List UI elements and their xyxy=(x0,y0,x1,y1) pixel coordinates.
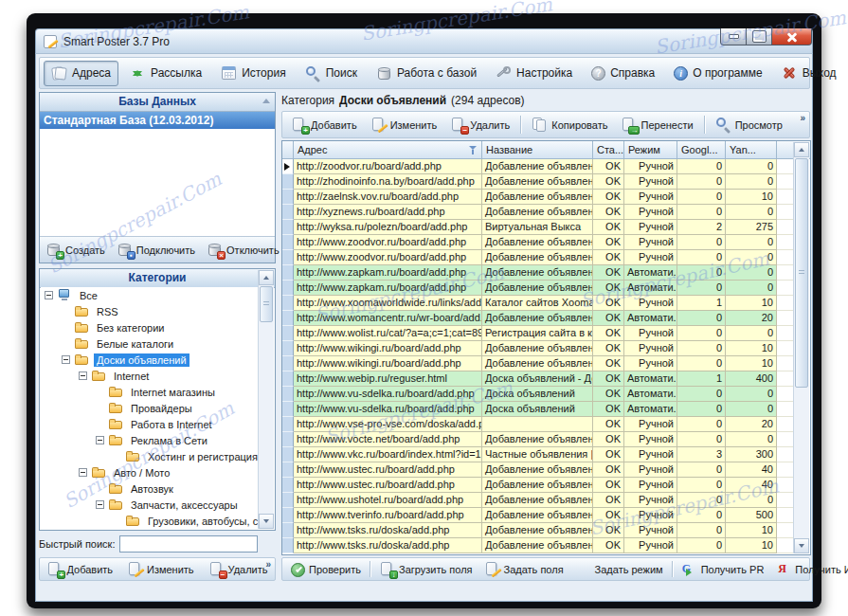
table-row[interactable]: http://zoodvor.ru/board/add.phpДобавлени… xyxy=(282,159,794,174)
column-header-addr[interactable]: Адрес xyxy=(294,141,482,159)
grid-button-izmenit[interactable]: Изменить xyxy=(365,115,443,135)
table-row[interactable]: http://xyznews.ru/board/add.phpДобавлени… xyxy=(282,205,794,220)
table-row[interactable]: http://www.zoodvor.ru/board/add.phpДобав… xyxy=(282,250,794,265)
category-button-dobavit[interactable]: +Добавить xyxy=(41,559,118,579)
table-row[interactable]: http://www.tsks.ru/doska/add.phpДобавлен… xyxy=(282,523,794,538)
scrollbar-thumb[interactable] xyxy=(260,286,273,322)
category-button-udalit[interactable]: −Удалить xyxy=(203,559,274,579)
grid-bottom-button-poluchit-pr[interactable]: Получить PR xyxy=(676,559,770,579)
table-row[interactable]: http://zaelnsk.vov.ru/board/add.phpДобав… xyxy=(282,190,794,205)
table-row[interactable]: http://www.xoomaworldwide.ru/links/add.p… xyxy=(282,296,794,311)
table-row[interactable]: http://www.tverinfo.ru/board/add.phpДоба… xyxy=(282,508,794,523)
tree-item[interactable]: Белые каталоги xyxy=(41,335,259,352)
grid-button-perenesti[interactable]: →Перенести xyxy=(615,115,698,135)
column-header-mode[interactable]: Режим xyxy=(624,141,677,159)
column-header-google[interactable]: Googl... xyxy=(677,141,726,159)
filter-icon[interactable] xyxy=(469,146,478,154)
tree-expander-icon[interactable] xyxy=(96,500,104,509)
tree-expander-icon[interactable] xyxy=(45,291,53,299)
tree-item[interactable]: Работа в Internet xyxy=(41,416,259,432)
grid-button-dobavit[interactable]: +Добавить xyxy=(285,115,363,135)
table-row[interactable]: http://www.webip.ru/reguser.htmlДоска об… xyxy=(282,371,794,387)
table-row[interactable]: http://www.vkc.ru/board/index.html?id=13… xyxy=(282,447,794,462)
toolbar-button-poisk[interactable]: Поиск xyxy=(298,61,365,86)
tree-item[interactable]: Авто / Мото xyxy=(41,464,259,480)
toolbar-button-nastroyka[interactable]: Настройка xyxy=(488,61,580,86)
table-row[interactable]: http://wyksa.ru/polezn/board/add.phpВирт… xyxy=(282,220,794,235)
table-row[interactable]: http://www.vu-sdelka.ru/board/add.phpДос… xyxy=(282,402,794,417)
grid-bottom-button-poluchit-ic[interactable]: Получить ИЦ xyxy=(769,559,848,579)
tree-expander-icon[interactable] xyxy=(96,436,104,444)
table-row[interactable]: http://www.zoodvor.ru/board/add.phpДобав… xyxy=(282,235,794,250)
quick-search-input[interactable] xyxy=(119,535,258,553)
collapse-icon[interactable] xyxy=(262,99,270,103)
tree-item[interactable]: Хостинг и регистрация доме xyxy=(41,448,259,464)
tree-item[interactable]: Реклама в Сети xyxy=(41,432,259,448)
table-row[interactable]: http://www.womancentr.ru/wr-board/add.ph… xyxy=(282,311,794,326)
maximize-button[interactable] xyxy=(747,28,772,45)
table-row[interactable]: http://www.ustec.ru/board/add.phpДобавле… xyxy=(282,462,794,478)
table-row[interactable]: http://www.wikingi.ru/board/add.phpДобав… xyxy=(282,356,794,371)
toolbar-button-adresa[interactable]: Адреса xyxy=(44,61,118,86)
category-button-izmenit[interactable]: Изменить xyxy=(121,559,200,579)
tree-item[interactable]: Грузовики, автобусы, спеца xyxy=(41,513,259,529)
tree-item[interactable]: Все xyxy=(41,287,259,303)
column-header-name[interactable]: Название xyxy=(482,141,593,159)
table-row[interactable]: http://www.wolist.ru/cat/?a=a;c=1;cat=89… xyxy=(282,326,794,341)
grid-button-udalit[interactable]: −Удалить xyxy=(444,115,515,135)
tree-item[interactable]: Провайдеры xyxy=(41,400,259,416)
grid-button-kopirovat[interactable]: Копировать xyxy=(526,115,613,135)
toolbar-button-rassylka[interactable]: Рассылка xyxy=(122,61,209,86)
table-row[interactable]: http://www.vu-sdelka.ru/board/add.phpДос… xyxy=(282,387,794,402)
column-header-status[interactable]: Ста... xyxy=(593,141,624,159)
table-row[interactable]: http://www.zapkam.ru/board/add.phpДобавл… xyxy=(282,265,794,281)
db-button-otklyuchit[interactable]: ×Отключить xyxy=(201,240,285,260)
toolbar-button-istoriya[interactable]: История xyxy=(213,61,294,86)
table-row[interactable]: http://www.vse-pro-vse.com/doska/add.php… xyxy=(282,417,794,432)
toolbar-button-o-programme[interactable]: О программе xyxy=(666,61,769,85)
tree-expander-icon[interactable] xyxy=(79,468,87,477)
more-buttons-chevron[interactable]: » xyxy=(800,114,805,123)
table-row[interactable]: http://www.vocte.net/board/add.phpДобавл… xyxy=(282,432,794,447)
scroll-down-button[interactable] xyxy=(794,538,809,553)
tree-item[interactable]: Internet магазины xyxy=(41,384,259,400)
grid-bottom-button-proverit[interactable]: Проверить xyxy=(285,560,367,579)
tree-item[interactable]: Автозвук xyxy=(41,480,259,497)
tree-item[interactable]: Запчасти, аксессуары xyxy=(41,497,259,513)
table-row[interactable]: http://www.ushotel.ru/board/add.phpДобав… xyxy=(282,493,794,508)
grid-bottom-button-zagruzit-polya[interactable]: ↓Загрузить поля xyxy=(373,559,478,579)
more-buttons-chevron[interactable]: » xyxy=(265,560,271,570)
categories-panel-header[interactable]: Категории xyxy=(40,269,275,288)
toolbar-button-rabota-s-bazoy[interactable]: Работа с базой xyxy=(369,61,484,86)
scroll-down-button[interactable] xyxy=(259,514,274,529)
grid-button-prosmotr[interactable]: Просмотр xyxy=(710,115,788,135)
toolbar-button-vykhod[interactable]: Выход xyxy=(774,61,844,86)
titlebar[interactable]: Smart Poster 3.7 Pro xyxy=(35,28,813,53)
column-header-yandex[interactable]: Yan... xyxy=(726,141,777,159)
db-button-sozdat[interactable]: +Создать xyxy=(40,240,111,260)
tree-expander-icon[interactable] xyxy=(79,371,87,380)
close-button[interactable] xyxy=(772,28,812,45)
tree-item[interactable]: Доски объявлений xyxy=(41,352,259,368)
table-row[interactable]: http://www.ustec.ru/board/add.phpДобавле… xyxy=(282,478,794,493)
tree-scrollbar[interactable] xyxy=(258,270,274,529)
grid-bottom-button-zadat-polya[interactable]: Задать поля xyxy=(478,559,569,579)
tree-item[interactable]: Без категории xyxy=(41,319,259,335)
grid-bottom-button-zadat-rezhim[interactable]: Задать режим xyxy=(569,559,669,579)
table-row[interactable]: http://www.zapkam.ru/board/add.phpДобавл… xyxy=(282,281,794,296)
scroll-up-button[interactable] xyxy=(794,142,809,157)
toolbar-button-spravka[interactable]: Справка xyxy=(584,61,662,85)
table-row[interactable]: http://www.wikingi.ru/board/add.phpДобав… xyxy=(282,341,794,356)
scrollbar-thumb[interactable] xyxy=(795,158,808,388)
tree-item[interactable]: RSS xyxy=(41,303,259,319)
minimize-button[interactable] xyxy=(720,28,747,45)
table-row[interactable]: http://zhodinoinfo.na.by/board/add.phpДо… xyxy=(282,174,794,190)
databases-panel-header[interactable]: Базы Данных xyxy=(40,93,275,112)
tree-item[interactable]: Internet xyxy=(41,368,259,384)
scroll-up-button[interactable] xyxy=(259,270,274,285)
tree-expander-icon[interactable] xyxy=(62,355,70,364)
db-button-podklyuchit[interactable]: ▪Подключить xyxy=(111,240,201,260)
table-scrollbar[interactable] xyxy=(793,142,809,553)
database-item[interactable]: Стандартная База (12.03.2012) xyxy=(40,112,275,129)
table-row[interactable]: http://www.tsks.ru/doska/add.phpДобавлен… xyxy=(282,538,794,553)
